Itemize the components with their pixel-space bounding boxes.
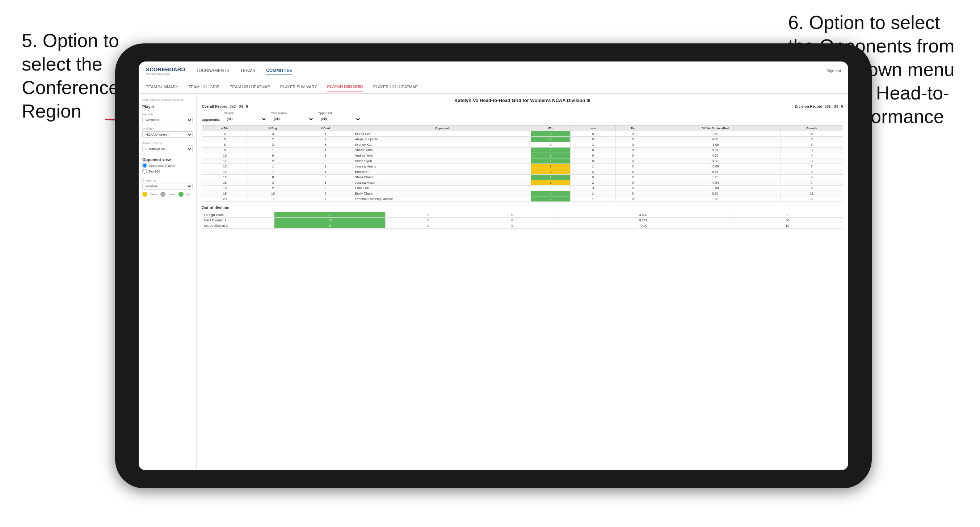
sidebar-player-rank-label: Player (Rank)	[142, 141, 192, 145]
col-header-win: Win	[531, 125, 570, 131]
table-row: 10 6 3 Andrea York 2 0 0 4.00 4	[202, 153, 843, 159]
sub-nav-team-summary[interactable]: TEAM SUMMARY	[146, 82, 178, 92]
filter-conference-select[interactable]: (All)	[271, 116, 314, 122]
filters-row: Opponents: Region (All) Conference (All)	[202, 111, 843, 122]
ood-table-row: NCAA Division 2 5 0 0 7.400 10	[202, 223, 843, 229]
table-row: 3 3 1 Esther Lee 1 0 0 1.50 4	[202, 131, 843, 137]
legend-dot-down	[142, 192, 147, 197]
grid-content: Katelyn Vo Head-to-Head Grid for Women's…	[197, 94, 848, 470]
nav-sign-out[interactable]: Sign out	[827, 69, 841, 73]
col-header-rounds: Rounds	[781, 125, 843, 131]
tablet-screen: SCOREBOARD Powered by clippd TOURNAMENTS…	[138, 62, 848, 470]
ood-table-row: Foreign Team 1 0 0 4.500 2	[202, 212, 843, 218]
colour-legend: Down Level Up	[142, 192, 192, 197]
logo: SCOREBOARD Powered by clippd	[146, 66, 185, 76]
tablet-shell: SCOREBOARD Powered by clippd TOURNAMENTS…	[115, 43, 872, 488]
filter-conference-group: Conference (All)	[271, 111, 314, 122]
table-row: 19 10 6 Emily Chang 4 1 0 0.30 11	[202, 191, 843, 197]
table-row: 15 8 5 Stella Cheng 1 0 0 1.25 4	[202, 175, 843, 180]
division-record: Division Record: 331 - 34 - 6	[795, 105, 843, 108]
legend-label-level: Level	[168, 193, 175, 196]
sub-nav-player-summary[interactable]: PLAYER SUMMARY	[280, 82, 317, 92]
table-row: 18 2 2 Euna Lee 0 3 0 -5.00 2	[202, 186, 843, 191]
sub-nav-team-h2h-heatmap[interactable]: TEAM H2H HEATMAP	[230, 82, 270, 92]
legend-label-down: Down	[150, 193, 158, 196]
sidebar-division-label: Division	[142, 127, 192, 130]
filter-opponent-label: Opponent	[318, 111, 361, 115]
sidebar-radio-top100[interactable]: Top 100	[142, 169, 192, 174]
sub-nav-team-h2h-grid[interactable]: TEAM H2H GRID	[189, 82, 220, 92]
opponents-label: Opponents:	[202, 118, 220, 122]
table-row: 11 2 5 Heejo Hyun 1 0 0 3.33 3	[202, 159, 843, 164]
h2h-table: # Div # Reg # Conf Opponent Win Loss Tie…	[202, 125, 843, 202]
table-row: 14 7 4 Eunice Yi 2 2 0 0.38 9	[202, 169, 843, 175]
sidebar: Last Updated: 27/03/2024 04:34 Player Ge…	[138, 94, 197, 470]
sidebar-gender-label: Gender	[142, 113, 192, 116]
sidebar-colour-by-select[interactable]: Win/loss	[142, 183, 192, 189]
col-header-div: # Div	[202, 125, 248, 131]
table-row: 20 11 7 Federica Domecq Lacroze 2 1 0 1.…	[202, 197, 843, 202]
legend-dot-level	[161, 192, 165, 197]
grid-records: Overall Record: 353 - 34 - 6 Division Re…	[202, 105, 843, 108]
sidebar-opponent-view-title: Opponent view	[142, 157, 192, 162]
table-row: 6 3 3 Sydney Kuo 0 1 0 -1.00 3	[202, 142, 843, 148]
out-of-division-title: Out of division	[202, 205, 843, 210]
nav-bar: SCOREBOARD Powered by clippd TOURNAMENTS…	[138, 62, 848, 80]
legend-label-up: Up	[186, 193, 190, 196]
sidebar-player-title: Player	[142, 105, 192, 109]
col-header-diff: Diff Av Strokes/Rnd	[650, 125, 781, 131]
table-row: 9 1 4 Sharon Mun 1 0 0 3.67 3	[202, 148, 843, 153]
out-of-division-table: Foreign Team 1 0 0 4.500 2 NAIA Division…	[202, 212, 843, 229]
col-header-reg: # Reg	[248, 125, 298, 131]
col-header-tie: Tie	[616, 125, 650, 131]
ood-table-row: NAIA Division 1 15 0 0 9.267 30	[202, 218, 843, 223]
nav-teams[interactable]: TEAMS	[240, 67, 255, 75]
sub-nav-player-h2h-grid[interactable]: PLAYER H2H GRID	[327, 81, 363, 92]
sub-nav-player-h2h-heatmap[interactable]: PLAYER H2H HEATMAP	[373, 82, 418, 92]
table-row: 16 3 6 Jessica Mason 1 2 0 -0.94 7	[202, 180, 843, 186]
filter-region-group: Region (All)	[224, 111, 267, 122]
filter-region-label: Region	[224, 111, 267, 115]
table-row: 5 2 2 Alexis Sudjianto 1 0 0 4.00 3	[202, 137, 843, 142]
sidebar-colour-by-label: Colour by	[142, 179, 192, 182]
nav-committee[interactable]: COMMITTEE	[266, 67, 292, 75]
grid-title: Katelyn Vo Head-to-Head Grid for Women's…	[202, 98, 843, 103]
filter-opponent-group: Opponent (All)	[318, 111, 361, 122]
main-content: Last Updated: 27/03/2024 04:34 Player Ge…	[138, 94, 848, 470]
nav-items: TOURNAMENTS TEAMS COMMITTEE	[196, 67, 826, 75]
filter-conference-label: Conference	[271, 111, 314, 115]
overall-record: Overall Record: 353 - 34 - 6	[202, 105, 248, 108]
sidebar-division-select[interactable]: NCAA Division III	[142, 131, 192, 138]
sub-nav: TEAM SUMMARY TEAM H2H GRID TEAM H2H HEAT…	[138, 80, 848, 94]
col-header-loss: Loss	[570, 125, 616, 131]
filter-opponents: Opponents:	[202, 118, 220, 122]
sidebar-opponent-options: Opponents Played Top 100	[142, 163, 192, 174]
table-row: 13 1 1 Jessica Huang 1 1 0 -3.00 2	[202, 164, 843, 169]
last-updated: Last Updated: 27/03/2024 04:34	[142, 98, 192, 102]
filter-region-select[interactable]: (All)	[224, 116, 267, 122]
legend-dot-up	[178, 192, 183, 197]
sidebar-gender-select[interactable]: Women's	[142, 117, 192, 123]
sidebar-radio-opponents-played[interactable]: Opponents Played	[142, 163, 192, 168]
col-header-opponent: Opponent	[353, 125, 531, 131]
filter-opponent-select[interactable]: (All)	[318, 116, 361, 122]
col-header-conf: # Conf	[298, 125, 353, 131]
nav-tournaments[interactable]: TOURNAMENTS	[196, 67, 229, 75]
sidebar-player-rank-select[interactable]: 8. Katelyn Vo	[142, 146, 192, 152]
